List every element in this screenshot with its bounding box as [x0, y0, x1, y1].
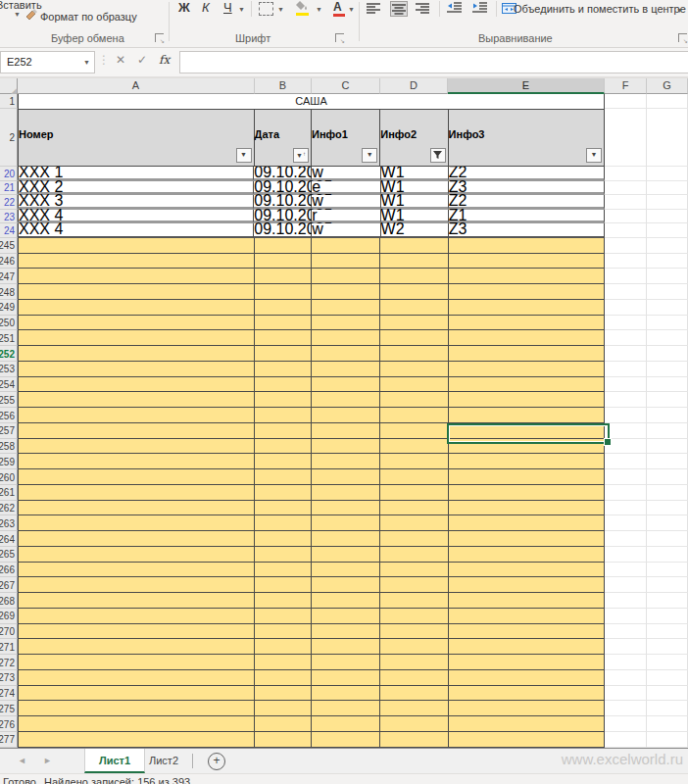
cell[interactable]	[449, 362, 605, 377]
cell[interactable]	[312, 515, 380, 531]
column-header-D[interactable]: D	[380, 78, 448, 94]
cell[interactable]	[312, 609, 380, 624]
cell[interactable]	[312, 670, 380, 686]
cell[interactable]	[255, 670, 312, 686]
row-header-274[interactable]: 274	[0, 686, 18, 702]
cell[interactable]	[18, 501, 255, 516]
header-cell[interactable]: Дата▼↑	[254, 109, 311, 167]
cell[interactable]	[18, 316, 255, 331]
row-header-21[interactable]: 21	[0, 181, 18, 196]
cell-F[interactable]	[605, 346, 647, 362]
cell-F[interactable]	[605, 670, 647, 686]
cell[interactable]	[255, 254, 312, 270]
cell[interactable]	[449, 408, 605, 423]
cell[interactable]	[312, 316, 380, 331]
cell[interactable]	[18, 439, 255, 455]
cell[interactable]	[449, 609, 605, 624]
formula-input[interactable]	[179, 51, 688, 74]
cell[interactable]	[312, 563, 380, 578]
cell-G[interactable]	[647, 563, 688, 578]
cell-G[interactable]	[647, 577, 688, 593]
filter-button-funnel-icon[interactable]	[430, 148, 446, 163]
cell[interactable]	[449, 670, 605, 686]
cell[interactable]	[18, 531, 255, 547]
cell-G[interactable]	[647, 346, 688, 362]
cell[interactable]: Z3	[449, 181, 605, 196]
row-header-277[interactable]: 277	[0, 732, 18, 748]
fill-color-button[interactable]	[296, 1, 310, 16]
cell-G[interactable]	[647, 109, 688, 167]
cell[interactable]	[380, 501, 448, 516]
cell-F[interactable]	[605, 655, 647, 670]
cell[interactable]	[380, 469, 448, 485]
cell-F[interactable]	[605, 639, 647, 655]
cell-F[interactable]	[605, 330, 647, 346]
cell[interactable]	[380, 254, 448, 270]
cell-F[interactable]	[605, 563, 647, 578]
cell[interactable]	[449, 563, 605, 578]
cell[interactable]	[312, 439, 380, 455]
cell[interactable]	[449, 686, 605, 702]
format-painter-button[interactable]: Формат по образцу	[25, 9, 137, 23]
cell-G[interactable]	[647, 701, 688, 716]
cell[interactable]	[449, 501, 605, 516]
row-header-254[interactable]: 254	[0, 377, 18, 393]
cell-G[interactable]	[647, 300, 688, 316]
cell[interactable]	[18, 655, 255, 670]
cell[interactable]	[380, 392, 448, 408]
cell-G[interactable]	[647, 547, 688, 563]
row-header-260[interactable]: 260	[0, 469, 18, 485]
cell[interactable]	[312, 284, 380, 300]
active-cell-outline[interactable]	[447, 423, 610, 444]
cell[interactable]	[380, 377, 448, 393]
cell[interactable]	[380, 701, 448, 716]
cell[interactable]	[449, 577, 605, 593]
cell[interactable]	[449, 547, 605, 563]
cell-F[interactable]	[605, 624, 647, 640]
cell[interactable]	[18, 547, 255, 563]
cell-G[interactable]	[647, 392, 688, 408]
cell[interactable]	[449, 346, 605, 362]
row-header-23[interactable]: 23	[0, 210, 18, 224]
row-header-275[interactable]: 275	[0, 701, 18, 716]
cell[interactable]	[380, 577, 448, 593]
cell[interactable]	[380, 269, 448, 284]
cell-F[interactable]	[605, 593, 647, 609]
cell[interactable]	[312, 655, 380, 670]
cell[interactable]	[18, 686, 255, 702]
cell[interactable]	[18, 577, 255, 593]
cell[interactable]	[380, 346, 448, 362]
cell-G[interactable]	[647, 223, 688, 238]
cell-F[interactable]	[605, 269, 647, 284]
cell-G[interactable]	[647, 531, 688, 547]
row-header-264[interactable]: 264	[0, 531, 18, 547]
cell[interactable]: Z2	[449, 167, 605, 181]
cell-F[interactable]	[605, 167, 647, 181]
row-header-24[interactable]: 24	[0, 223, 18, 238]
cell[interactable]	[312, 716, 380, 732]
cell[interactable]	[18, 269, 255, 284]
cell-G[interactable]	[647, 408, 688, 423]
cell-G[interactable]	[647, 670, 688, 686]
row-header-253[interactable]: 253	[0, 362, 18, 377]
cell[interactable]	[18, 362, 255, 377]
cell[interactable]	[312, 732, 380, 748]
cell[interactable]	[312, 469, 380, 485]
cell-G[interactable]	[647, 284, 688, 300]
merge-center-dropdown-chevron-icon[interactable]: ▼	[676, 7, 683, 14]
cell-F[interactable]	[605, 254, 647, 270]
cell[interactable]	[255, 563, 312, 578]
name-box[interactable]: E252 ▼	[0, 51, 95, 74]
cell[interactable]	[255, 485, 312, 501]
cell[interactable]	[449, 469, 605, 485]
font-color-dropdown-chevron-icon[interactable]: ▼	[348, 6, 355, 13]
cell[interactable]	[312, 547, 380, 563]
font-dialog-launcher[interactable]: ↘	[335, 33, 344, 42]
cell[interactable]	[18, 454, 255, 469]
cell-F[interactable]	[605, 238, 647, 254]
cell[interactable]	[449, 377, 605, 393]
row-header-271[interactable]: 271	[0, 639, 18, 655]
cell[interactable]	[18, 346, 255, 362]
cell-F[interactable]	[605, 732, 647, 748]
column-header-B[interactable]: B	[255, 78, 312, 94]
